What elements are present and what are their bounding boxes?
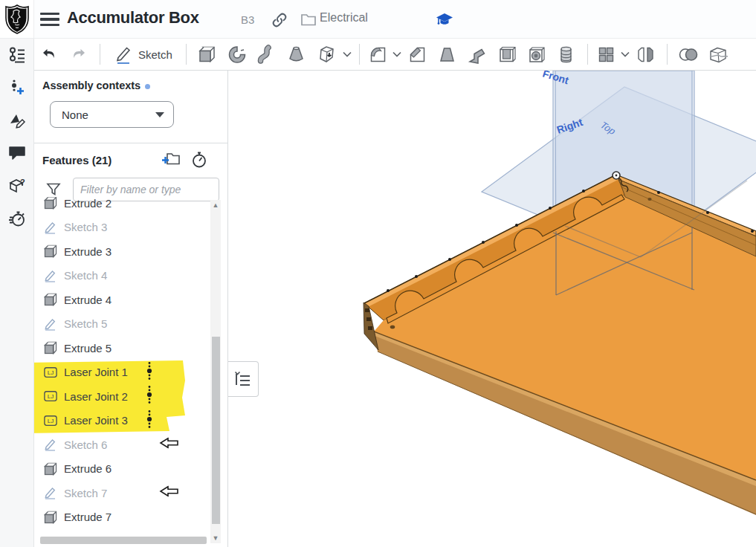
assembly-contexts-label: Assembly contexts [42, 80, 150, 91]
sketch-icon [44, 486, 57, 499]
sketch-icon [44, 317, 57, 331]
sweep-button[interactable] [252, 41, 282, 68]
chamfer-button[interactable] [403, 41, 433, 68]
add-folder-icon[interactable] [162, 151, 181, 170]
feature-row-laser-joint-2[interactable]: LJ Laser Joint 2 [34, 384, 210, 409]
toolbar-separator [587, 44, 588, 65]
feature-row-extrude-3[interactable]: Extrude 3 [34, 239, 210, 264]
status-dot [145, 84, 150, 89]
extrude-icon [44, 245, 57, 258]
feature-label: Extrude 6 [64, 462, 112, 475]
feature-row-extrude-5[interactable]: Extrude 5 [34, 336, 210, 360]
loft-button[interactable] [282, 41, 311, 68]
panel-collapse-tab[interactable] [228, 361, 259, 397]
overflow-dots-icon[interactable] [146, 361, 152, 383]
external-reference-arrow-icon[interactable] [159, 486, 178, 500]
fillet-button[interactable] [366, 41, 391, 68]
redo-button[interactable] [64, 41, 94, 68]
revolve-button[interactable] [222, 41, 252, 68]
link-icon[interactable] [271, 11, 288, 32]
scroll-down-arrow[interactable]: ▼ [210, 533, 221, 543]
graduation-cap-icon[interactable] [435, 10, 454, 31]
assembly-contexts-dropdown[interactable]: None [50, 101, 174, 128]
overflow-dots-icon[interactable] [146, 385, 152, 407]
part-question-icon[interactable]: ? [0, 169, 34, 202]
linear-pattern-button[interactable] [594, 41, 619, 68]
configurations-icon[interactable] [0, 71, 34, 104]
feature-row-sketch-6[interactable]: Sketch 6 [34, 433, 210, 457]
app-logo-icon [4, 4, 30, 34]
feature-label: Extrude 5 [64, 342, 112, 355]
feature-row-sketch-7[interactable]: Sketch 7 [34, 481, 210, 505]
features-header: Features (21) [42, 154, 112, 166]
hamburger-menu-icon[interactable] [40, 11, 59, 27]
fillet-dropdown-chevron[interactable] [391, 41, 403, 68]
feature-list-scrollbar[interactable]: ▲ ▼ [210, 200, 221, 543]
hole-button[interactable] [522, 41, 552, 68]
thicken-button[interactable] [311, 41, 341, 68]
extrude-icon [44, 462, 57, 476]
feature-row-sketch-5[interactable]: Sketch 5 [34, 312, 210, 337]
project-name[interactable]: Electrical [320, 11, 368, 25]
extrude-button[interactable] [193, 41, 222, 68]
feature-row-sketch-3[interactable]: Sketch 3 [34, 216, 210, 240]
feature-row-laser-joint-1[interactable]: LJ Laser Joint 1 [34, 360, 210, 385]
sketch-icon [44, 269, 57, 282]
dropdown-value: None [62, 109, 155, 121]
pattern-dropdown-chevron[interactable] [619, 41, 631, 68]
feature-row-extrude-4[interactable]: Extrude 4 [34, 288, 210, 312]
overflow-dots-icon[interactable] [146, 410, 152, 432]
panel-divider [34, 143, 228, 143]
mount-hole [647, 198, 651, 201]
app-logo[interactable] [0, 0, 34, 38]
split-button[interactable] [703, 41, 733, 68]
feature-label: Sketch 3 [64, 221, 107, 233]
thread-button[interactable] [552, 41, 581, 68]
feature-label: Laser Joint 1 [64, 366, 128, 378]
mount-hole [390, 326, 395, 328]
feature-label: Sketch 6 [64, 438, 107, 451]
feature-label: Sketch 4 [64, 269, 107, 282]
feature-row-laser-joint-3[interactable]: LJ Laser Joint 3 [34, 409, 210, 433]
history-stopwatch-icon[interactable] [0, 202, 34, 235]
release-pencil-icon[interactable] [0, 104, 34, 137]
rollback-bar[interactable] [40, 537, 207, 544]
draft-button[interactable] [433, 41, 462, 68]
rib-button[interactable] [462, 41, 492, 68]
document-title: Accumulator Box [67, 8, 199, 27]
thicken-dropdown-chevron[interactable] [341, 41, 353, 68]
feature-row-extrude-2[interactable]: Extrude 2 [34, 197, 210, 216]
feature-label: Sketch 5 [64, 317, 107, 330]
feature-label: Extrude 3 [64, 245, 112, 258]
svg-text:?: ? [20, 178, 25, 187]
feature-list-icon[interactable] [0, 39, 34, 71]
version-badge[interactable]: B3 [241, 13, 254, 26]
feature-row-extrude-6[interactable]: Extrude 6 [34, 457, 210, 482]
extrude-icon [44, 197, 57, 210]
3d-viewport[interactable]: Front Right Top [228, 71, 756, 547]
feature-toolbar: Sketch [34, 39, 756, 71]
origin-point[interactable] [613, 172, 620, 179]
feature-label: Laser Joint 3 [64, 414, 128, 427]
part-accumulator-box[interactable] [364, 172, 756, 515]
extrude-icon [44, 293, 57, 306]
feature-label: Extrude 4 [64, 294, 112, 306]
stopwatch-icon[interactable] [190, 151, 208, 172]
external-reference-arrow-icon[interactable] [159, 438, 178, 452]
undo-button[interactable] [34, 41, 64, 68]
mirror-button[interactable] [631, 41, 661, 68]
feature-row-extrude-7[interactable]: Extrude 7 [34, 505, 210, 530]
svg-text:LJ: LJ [48, 369, 54, 376]
title-bar: Accumulator Box B3 Electrical [0, 0, 756, 39]
scrollbar-thumb[interactable] [212, 337, 220, 524]
toolbar-separator [186, 44, 187, 65]
folder-icon [300, 12, 317, 30]
boolean-button[interactable] [673, 41, 703, 68]
feature-row-sketch-4[interactable]: Sketch 4 [34, 264, 210, 288]
laser-joint-icon: LJ [44, 389, 57, 403]
scroll-up-arrow[interactable]: ▲ [210, 200, 221, 210]
collapse-list-icon [234, 370, 252, 388]
shell-button[interactable] [492, 41, 522, 68]
sketch-button[interactable]: Sketch [106, 41, 180, 68]
comments-icon[interactable] [0, 137, 34, 169]
